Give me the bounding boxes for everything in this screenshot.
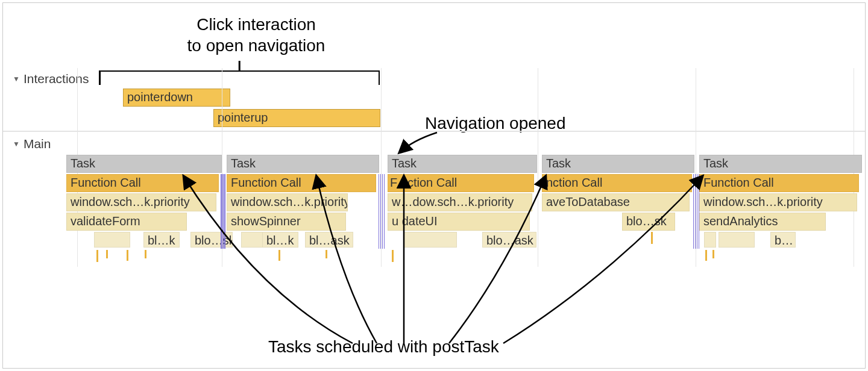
task-bar[interactable]: Task — [66, 155, 222, 173]
block-bar[interactable]: blo…sk — [622, 213, 675, 231]
annotation-bottom: Tasks scheduled with postTask — [268, 336, 499, 357]
sub-bar[interactable] — [404, 232, 457, 248]
track-separator — [3, 131, 865, 132]
function-call-bar[interactable]: Function Call — [66, 174, 219, 192]
task-bar[interactable]: Task — [227, 155, 379, 173]
chevron-down-icon: ▼ — [13, 75, 20, 83]
micro-tasks — [379, 174, 386, 249]
block-bar[interactable]: blo…sk — [190, 232, 233, 248]
function-call-bar[interactable]: nction Call — [542, 174, 692, 192]
devtools-trace-diagram: Click interaction to open navigation Nav… — [2, 2, 866, 369]
block-bar[interactable]: bl…ask — [305, 232, 353, 248]
showspinner-bar[interactable]: showSpinner — [227, 213, 346, 231]
block-bar[interactable]: bl…k — [143, 232, 180, 248]
sendanalytics-bar[interactable]: sendAnalytics — [699, 213, 826, 231]
validateform-bar[interactable]: validateForm — [66, 213, 187, 231]
track-header-main[interactable]: ▼ Main — [13, 137, 51, 151]
sub-bar[interactable] — [719, 232, 755, 248]
micro-tasks — [221, 174, 225, 249]
timeline-main: Task Function Call window.sch…k.priority… — [66, 155, 862, 275]
function-call-bar[interactable]: Function Call — [227, 174, 376, 192]
block-bar[interactable]: blo…ask — [482, 232, 536, 248]
track-label-main: Main — [24, 137, 51, 151]
task-bar[interactable]: Task — [388, 155, 537, 173]
task-bar[interactable]: Task — [699, 155, 862, 173]
annotation-top-line1: Click interaction — [127, 14, 386, 35]
window-priority-bar[interactable]: window.sch…k.priority — [227, 193, 348, 211]
block-bar[interactable]: bl…k — [262, 232, 298, 248]
sub-bar[interactable] — [704, 232, 716, 248]
task-bar[interactable]: Task — [542, 155, 694, 173]
save-db-bar[interactable]: aveToDatabase — [542, 193, 690, 211]
updateui-bar[interactable]: u dateUI — [388, 213, 530, 231]
block-bar[interactable]: b… — [770, 232, 796, 248]
window-priority-bar[interactable]: w…dow.sch…k.priority — [388, 193, 532, 211]
micro-tasks — [693, 174, 699, 249]
function-call-bar[interactable]: F nction Call — [388, 174, 534, 192]
chevron-down-icon: ▼ — [13, 140, 20, 148]
function-call-bar[interactable]: Function Call — [699, 174, 859, 192]
annotation-top: Click interaction to open navigation — [127, 14, 386, 56]
window-priority-bar[interactable]: window.sch…k.priority — [66, 193, 216, 211]
annotation-top-line2: to open navigation — [127, 35, 386, 56]
sub-bar[interactable] — [94, 232, 130, 248]
window-priority-bar[interactable]: window.sch…k.priority — [699, 193, 857, 211]
